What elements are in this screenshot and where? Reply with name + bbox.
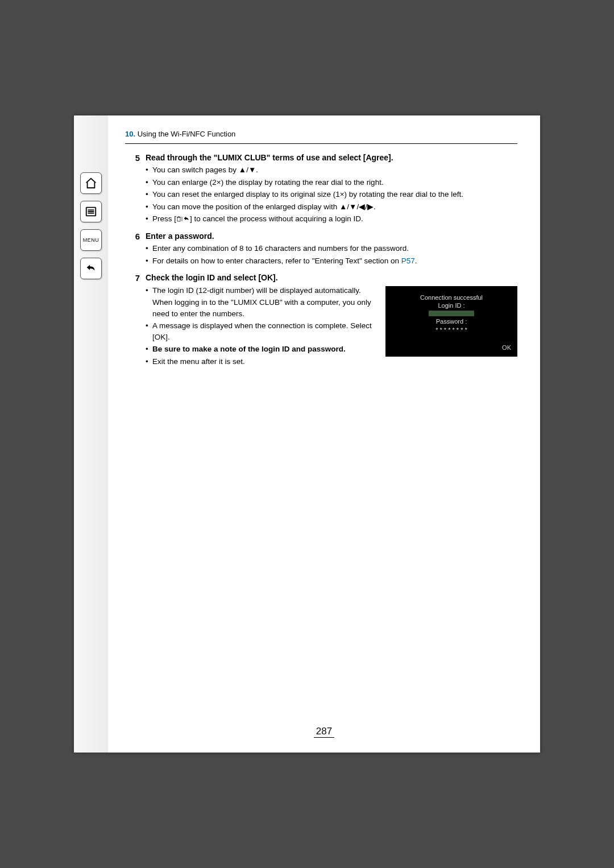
up-down-icon: ▲/▼ <box>239 166 256 174</box>
home-icon <box>85 177 97 189</box>
step-number: 7 <box>125 272 146 370</box>
list-icon <box>85 205 97 218</box>
bullet-item: A message is displayed when the connecti… <box>146 320 376 342</box>
bullet-item: The login ID (12-digit number) will be d… <box>146 285 376 320</box>
bullet-item: Press [] to cancel the process without a… <box>146 213 517 225</box>
step-5: 5 Read through the "LUMIX CLUB" terms of… <box>125 152 517 228</box>
page-content: 10. Using the Wi-Fi/NFC Function 5 Read … <box>108 115 540 753</box>
bullet-item: You can reset the enlarged display to it… <box>146 189 517 200</box>
camera-screenshot: Connection successful Login ID : Passwor… <box>385 286 517 357</box>
bullet-item: Be sure to make a note of the login ID a… <box>146 344 376 355</box>
step-title: Check the login ID and select [OK]. <box>146 272 517 283</box>
back-button[interactable] <box>80 258 102 279</box>
ss-password-label: Password : <box>436 317 467 325</box>
bullet-item: You can move the position of the enlarge… <box>146 201 517 213</box>
section-number: 10. <box>125 130 135 138</box>
bullet-item: You can switch pages by ▲/▼. <box>146 164 517 176</box>
home-button[interactable] <box>80 172 102 194</box>
bullet-item: For details on how to enter characters, … <box>146 255 517 267</box>
dpad-icon: ▲/▼/◀/▶ <box>339 202 374 211</box>
trash-return-icon <box>176 214 190 223</box>
step-7: 7 Check the login ID and select [OK]. Th… <box>125 272 517 370</box>
page-number: 287 <box>108 725 540 739</box>
step-number: 6 <box>125 230 146 270</box>
ss-login-value-masked <box>429 311 474 316</box>
menu-label: MENU <box>83 237 99 243</box>
ss-ok-label: OK <box>502 344 511 353</box>
step-number: 5 <box>125 152 146 228</box>
ss-password-dots: * * * * * * * * <box>435 326 467 334</box>
ss-connection: Connection successful <box>420 294 483 301</box>
ss-login-label: Login ID : <box>438 301 464 309</box>
step-list: 5 Read through the "LUMIX CLUB" terms of… <box>125 152 517 371</box>
bullet-item: You can enlarge (2×) the display by rota… <box>146 177 517 188</box>
toc-button[interactable] <box>80 201 102 222</box>
manual-page: MENU 10. Using the Wi-Fi/NFC Function 5 … <box>74 115 540 753</box>
header-divider <box>125 143 517 144</box>
bullet-item: Exit the menu after it is set. <box>146 356 376 367</box>
sidebar-nav: MENU <box>74 115 108 753</box>
section-header: 10. Using the Wi-Fi/NFC Function <box>125 129 517 140</box>
step-title: Read through the "LUMIX CLUB" terms of u… <box>146 152 517 163</box>
section-title: Using the Wi-Fi/NFC Function <box>135 130 235 138</box>
bullet-item: Enter any combination of 8 to 16 charact… <box>146 243 517 254</box>
menu-button[interactable]: MENU <box>80 229 102 251</box>
step-6: 6 Enter a password. Enter any combinatio… <box>125 230 517 270</box>
page-link[interactable]: P57 <box>401 257 415 265</box>
return-icon <box>85 262 97 275</box>
step-title: Enter a password. <box>146 230 517 242</box>
svg-rect-4 <box>177 217 180 221</box>
